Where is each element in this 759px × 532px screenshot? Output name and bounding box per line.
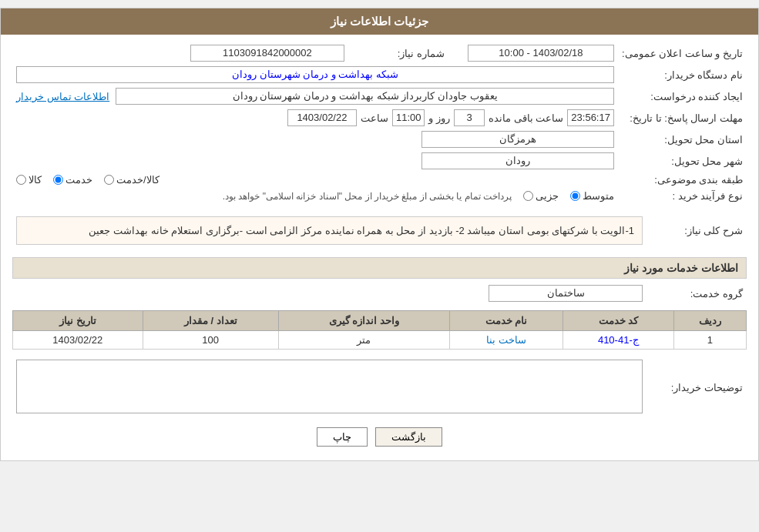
radio-kala[interactable]	[16, 175, 26, 185]
category-kala[interactable]: کالا	[16, 174, 42, 186]
table-row: 1 ج-41-410 ساخت بنا متر 100 1403/02/22	[13, 331, 747, 350]
delivery-province-label: استان محل تحویل:	[618, 129, 747, 150]
time-label: ساعت	[361, 112, 388, 124]
buyer-notes-label: توضیحات خریدار:	[646, 357, 747, 418]
col-date: تاریخ نیاز	[13, 311, 143, 331]
services-data-table: ردیف کد خدمت نام خدمت واحد اندازه گیری ت…	[12, 310, 747, 350]
back-button[interactable]: بازگشت	[375, 427, 442, 447]
category-label: طبقه بندی موضوعی:	[618, 172, 747, 188]
purchase-notice: پرداخت تمام یا بخشی از مبلغ خریدار از مح…	[223, 191, 512, 202]
buyer-org-value: شبکه بهداشت و درمان شهرستان رودان	[16, 66, 614, 83]
buyer-notes-table: توضیحات خریدار:	[12, 357, 747, 418]
cell-date: 1403/02/22	[13, 331, 143, 350]
description-table: شرح کلی نیاز: 1-الویت با شرکتهای بومی اس…	[12, 210, 747, 251]
cell-qty: 100	[143, 331, 278, 350]
announce-date-value: 1403/02/18 - 10:00	[468, 45, 614, 62]
button-row: بازگشت چاپ	[12, 427, 747, 447]
print-button[interactable]: چاپ	[317, 427, 368, 447]
cell-row: 1	[673, 331, 746, 350]
purchase-jozii[interactable]: جزیی	[523, 190, 559, 202]
category-khedmat[interactable]: خدمت	[53, 174, 92, 186]
date-value: 1403/02/22	[287, 109, 357, 126]
days-label: روز و	[428, 112, 450, 124]
service-group-value: ساختمان	[489, 285, 643, 302]
cell-name: ساخت بنا	[450, 331, 563, 350]
creator-label: ایجاد کننده درخواست:	[618, 85, 747, 107]
col-row: ردیف	[673, 311, 746, 331]
cell-unit: متر	[278, 331, 449, 350]
category-khedmat-label: خدمت	[65, 174, 92, 186]
category-kala-khedmat[interactable]: کالا/خدمت	[104, 174, 160, 186]
time-value: 11:00	[392, 109, 425, 126]
page-header: جزئیات اطلاعات نیاز	[1, 8, 758, 35]
need-number-label: شماره نیاز:	[348, 42, 448, 64]
remaining-time-value: 23:56:17	[567, 109, 614, 126]
buyer-org-label: نام دستگاه خریدار:	[618, 64, 747, 85]
delivery-province-value: هرمزگان	[421, 131, 614, 148]
buyer-notes-textarea[interactable]	[16, 360, 643, 413]
service-group-table: گروه خدمت: ساختمان	[12, 283, 747, 304]
cell-code: ج-41-410	[563, 331, 673, 350]
radio-kala-khedmat[interactable]	[104, 175, 114, 185]
services-section-title: اطلاعات خدمات مورد نیاز	[12, 257, 747, 279]
page-title: جزئیات اطلاعات نیاز	[331, 15, 428, 28]
description-label: شرح کلی نیاز:	[646, 210, 747, 251]
remaining-label: ساعت باقی مانده	[489, 112, 563, 124]
need-number-value: 1103091842000002	[190, 45, 344, 62]
category-kala-label: کالا	[29, 174, 42, 186]
category-kala-khedmat-label: کالا/خدمت	[116, 174, 160, 186]
announceDate-label: تاریخ و ساعت اعلان عمومی:	[618, 42, 747, 64]
col-unit: واحد اندازه گیری	[278, 311, 449, 331]
col-name: نام خدمت	[450, 311, 563, 331]
send-deadline-label: مهلت ارسال پاسخ: تا تاریخ:	[618, 107, 747, 129]
purchase-radio-group: متوسط جزیی	[523, 190, 614, 202]
purchase-type-label: نوع فرآیند خرید :	[618, 188, 747, 204]
category-radio-group: کالا/خدمت خدمت کالا	[16, 174, 614, 186]
purchase-jozii-label: جزیی	[536, 190, 559, 202]
col-code: کد خدمت	[563, 311, 673, 331]
purchase-motawaset-label: متوسط	[583, 190, 614, 202]
radio-motawaset[interactable]	[570, 191, 580, 201]
service-group-label: گروه خدمت:	[646, 283, 747, 304]
col-qty: تعداد / مقدار	[143, 311, 278, 331]
contact-link[interactable]: اطلاعات تماس خریدار	[16, 91, 109, 102]
delivery-city-label: شهر محل تحویل:	[618, 150, 747, 172]
main-form-table: تاریخ و ساعت اعلان عمومی: 1403/02/18 - 1…	[12, 42, 747, 204]
purchase-motawaset[interactable]: متوسط	[570, 190, 614, 202]
radio-khedmat[interactable]	[53, 175, 63, 185]
days-value: 3	[454, 109, 485, 126]
delivery-city-value: رودان	[421, 152, 614, 169]
creator-value: یعقوب جاودان کاربرداز شبکه بهداشت و درما…	[116, 88, 614, 105]
description-text: 1-الویت با شرکتهای بومی استان میباشد 2- …	[16, 216, 643, 245]
radio-jozii[interactable]	[523, 191, 533, 201]
